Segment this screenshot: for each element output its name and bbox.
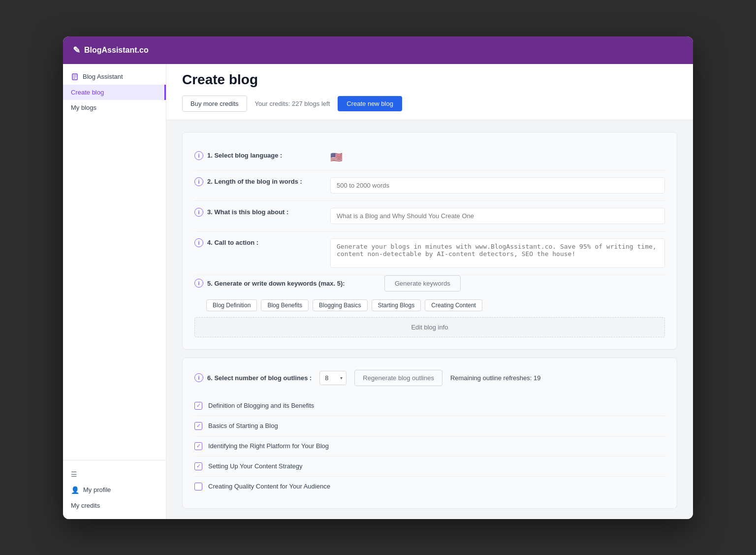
sidebar-item-create-blog[interactable]: Create blog — [63, 85, 166, 100]
outline-item-3: Setting Up Your Content Strategy — [194, 457, 665, 477]
outline-item-1: Basics of Starting a Blog — [194, 416, 665, 436]
blog-topic-input[interactable] — [330, 208, 665, 224]
sidebar: Blog Assistant Create blog My blogs ☰ 👤 … — [63, 64, 166, 519]
step3-row: i 3. What is this blog about : — [194, 201, 665, 231]
step4-row: i 4. Call to action : — [194, 231, 665, 275]
person-icon: 👤 — [71, 486, 79, 494]
content-header: Create blog Buy more credits Your credit… — [166, 64, 693, 120]
word-count-input[interactable] — [330, 177, 665, 194]
keyword-tag-0[interactable]: Blog Definition — [206, 299, 257, 311]
outline-text-2: Identifying the Right Platform for Your … — [208, 442, 329, 450]
step1-info-icon: i — [194, 151, 203, 160]
outline-checkbox-1[interactable] — [194, 422, 202, 430]
logo-icon: ✎ — [73, 45, 80, 56]
logo-text: BlogAssistant.co — [84, 46, 149, 55]
sidebar-bottom: ☰ 👤 My profile My credits — [63, 460, 166, 519]
refreshes-info: Remaining outline refreshes: 19 — [450, 374, 541, 382]
outline-item-2: Identifying the Right Platform for Your … — [194, 436, 665, 457]
sidebar-create-blog-label: Create blog — [71, 89, 104, 96]
buy-credits-button[interactable]: Buy more credits — [182, 96, 247, 112]
outlines-header: i 6. Select number of blog outlines : 8 … — [194, 370, 665, 386]
step2-info-icon: i — [194, 177, 203, 186]
my-profile-label: My profile — [83, 486, 111, 493]
step4-info-icon: i — [194, 238, 203, 247]
outline-item-4: Creating Quality Content for Your Audien… — [194, 477, 665, 496]
generate-keywords-button[interactable]: Generate keywords — [384, 275, 461, 292]
app-window: ✎ BlogAssistant.co Blog Assistant — [63, 36, 693, 519]
step6-info-icon: i — [194, 373, 203, 382]
blog-form-card: i 1. Select blog language : 🇺🇸 i 2. Leng… — [182, 132, 677, 350]
outline-checkbox-2[interactable] — [194, 442, 202, 450]
step3-info-icon: i — [194, 208, 203, 217]
sidebar-item-my-blogs[interactable]: My blogs — [63, 100, 166, 115]
sidebar-nav: Blog Assistant Create blog My blogs — [63, 64, 166, 460]
menu-icon: ☰ — [71, 470, 77, 478]
keyword-tag-3[interactable]: Starting Blogs — [372, 299, 421, 311]
regenerate-outlines-button[interactable]: Regenerate blog outlines — [354, 370, 442, 386]
step6-label: i 6. Select number of blog outlines : — [194, 373, 312, 382]
create-new-blog-button[interactable]: Create new blog — [338, 96, 402, 111]
keyword-tag-4[interactable]: Creating Content — [425, 299, 482, 311]
outlines-card: i 6. Select number of blog outlines : 8 … — [182, 358, 677, 509]
keyword-tag-2[interactable]: Blogging Basics — [313, 299, 367, 311]
step1-row: i 1. Select blog language : 🇺🇸 — [194, 144, 665, 170]
sidebar-item-blog-assistant: Blog Assistant — [63, 69, 166, 85]
logo: ✎ BlogAssistant.co — [73, 45, 149, 56]
outline-count-wrapper: 8 4 6 10 12 ▾ — [319, 371, 346, 385]
outline-checkbox-3[interactable] — [194, 462, 202, 470]
step5-info-icon: i — [194, 279, 203, 288]
call-to-action-input[interactable] — [330, 238, 665, 268]
outline-text-3: Setting Up Your Content Strategy — [208, 462, 303, 470]
step2-label: i 2. Length of the blog in words : — [194, 177, 322, 186]
credits-info: Your credits: 227 blogs left — [255, 100, 330, 107]
keywords-tags: Blog Definition Blog Benefits Blogging B… — [194, 297, 665, 313]
step5-label: i 5. Generate or write down keywords (ma… — [194, 279, 377, 288]
outline-text-4: Creating Quality Content for Your Audien… — [208, 483, 330, 490]
step3-label: i 3. What is this blog about : — [194, 208, 322, 217]
toolbar: Buy more credits Your credits: 227 blogs… — [182, 96, 677, 112]
sidebar-item-my-profile[interactable]: 👤 My profile — [63, 482, 166, 498]
topbar: ✎ BlogAssistant.co — [63, 36, 693, 64]
step2-row: i 2. Length of the blog in words : — [194, 170, 665, 201]
outline-count-select[interactable]: 8 4 6 10 12 — [319, 371, 346, 385]
page-title: Create blog — [182, 72, 677, 88]
step4-label: i 4. Call to action : — [194, 238, 322, 247]
sidebar-item-my-credits[interactable]: My credits — [63, 498, 166, 513]
main-layout: Blog Assistant Create blog My blogs ☰ 👤 … — [63, 64, 693, 519]
language-flag[interactable]: 🇺🇸 — [330, 151, 343, 163]
content-body: i 1. Select blog language : 🇺🇸 i 2. Leng… — [166, 120, 693, 519]
outline-text-1: Basics of Starting a Blog — [208, 422, 278, 429]
outline-checkbox-4[interactable] — [194, 483, 202, 490]
sidebar-my-blogs-label: My blogs — [71, 104, 96, 111]
edit-blog-info-button[interactable]: Edit blog info — [194, 317, 665, 337]
keywords-row: i 5. Generate or write down keywords (ma… — [194, 275, 665, 292]
outline-item-0: Definition of Blogging and its Benefits — [194, 396, 665, 416]
document-icon — [71, 73, 79, 81]
keywords-section: i 5. Generate or write down keywords (ma… — [194, 275, 665, 313]
sidebar-item-menu[interactable]: ☰ — [63, 466, 166, 482]
keyword-tag-1[interactable]: Blog Benefits — [261, 299, 309, 311]
sidebar-blog-assistant-label: Blog Assistant — [83, 73, 123, 80]
my-credits-label: My credits — [71, 502, 100, 509]
content-area: Create blog Buy more credits Your credit… — [166, 64, 693, 519]
step1-label: i 1. Select blog language : — [194, 151, 322, 160]
outline-checkbox-0[interactable] — [194, 402, 202, 410]
outline-text-0: Definition of Blogging and its Benefits — [208, 402, 314, 409]
